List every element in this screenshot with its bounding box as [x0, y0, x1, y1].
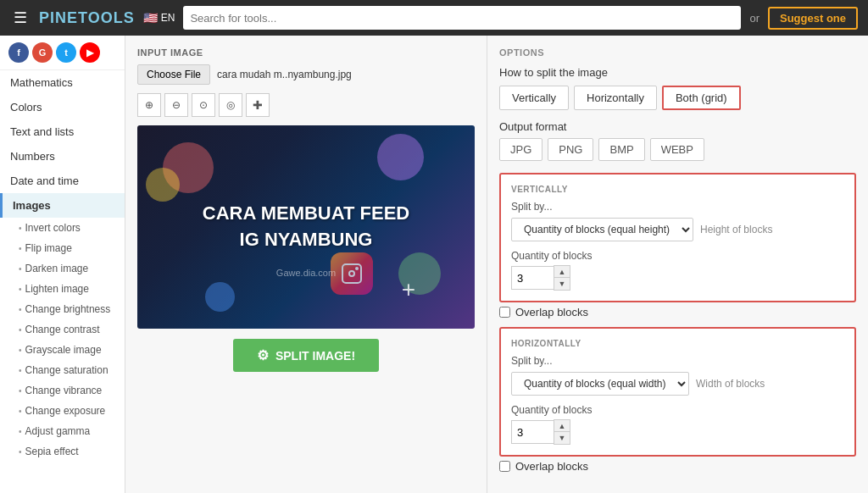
horizontally-section: HORIZONTALLY Split by... Quantity of blo… [499, 327, 856, 457]
choose-file-button[interactable]: Choose File [137, 64, 210, 85]
horizontally-qty-up[interactable]: ▲ [554, 420, 570, 432]
vertically-split-by-select[interactable]: Quantity of blocks (equal height) [511, 218, 693, 241]
sidebar-item-flip-image[interactable]: Flip image [0, 238, 125, 258]
logo-tools: TOOLS [78, 9, 135, 26]
image-text-overlay: CARA MEMBUAT FEED IG NYAMBUNG [203, 201, 409, 253]
vertically-split-by-label: Split by... [511, 201, 844, 213]
zoom-reset-icon: ◎ [226, 99, 235, 111]
youtube-icon[interactable]: ▶ [80, 42, 100, 63]
sidebar-item-invert-colors[interactable]: Invert colors [0, 218, 125, 238]
sidebar-item-change-contrast[interactable]: Change contrast [0, 319, 125, 340]
bokeh-circle-yellow [146, 168, 180, 202]
zoom-in-button[interactable]: ⊕ [137, 93, 161, 117]
vertically-label: VERTICALLY [511, 185, 844, 194]
horizontally-qty-down[interactable]: ▼ [554, 432, 570, 444]
options-label: OPTIONS [499, 47, 856, 58]
left-panel: INPUT IMAGE Choose File cara mudah m..ny… [125, 36, 487, 493]
google-plus-icon[interactable]: G [32, 42, 53, 63]
format-options: JPG PNG BMP WEBP [499, 138, 856, 161]
image-text-line2: IG NYAMBUNG [203, 227, 409, 253]
twitter-icon[interactable]: t [56, 42, 76, 63]
horizontally-overlap-row: Overlap blocks [499, 460, 856, 473]
sidebar-item-change-saturation[interactable]: Change saturation [0, 360, 125, 380]
vertically-overlap-row: Overlap blocks [499, 306, 856, 319]
plus-icon: + [402, 276, 415, 303]
split-both-button[interactable]: Both (grid) [662, 86, 741, 110]
split-button-label: SPLIT IMAGE! [275, 349, 355, 363]
split-options: Vertically Horizontally Both (grid) [499, 86, 856, 110]
split-image-button[interactable]: ⚙ SPLIT IMAGE! [233, 339, 379, 372]
zoom-out-button[interactable]: ⊖ [164, 93, 188, 117]
input-image-label: INPUT IMAGE [137, 47, 475, 58]
file-name-display: cara mudah m..nyambung.jpg [217, 69, 352, 80]
sidebar-item-colors[interactable]: Colors [0, 95, 125, 119]
hamburger-button[interactable]: ☰ [10, 5, 31, 30]
main-layout: f G t ▶ Mathematics Colors Text and list… [0, 36, 868, 493]
sidebar-item-date-and-time[interactable]: Date and time [0, 169, 125, 193]
horizontally-label: HORIZONTALLY [511, 339, 844, 348]
search-input[interactable] [183, 6, 741, 30]
vertically-overlap-checkbox[interactable] [499, 307, 510, 318]
format-jpg-button[interactable]: JPG [499, 138, 542, 161]
sidebar-item-change-exposure[interactable]: Change exposure [0, 401, 125, 421]
sidebar-item-lighten-image[interactable]: Lighten image [0, 279, 125, 299]
language-selector[interactable]: 🇺🇸 EN [143, 11, 175, 25]
sidebar-item-text-and-lists[interactable]: Text and lists [0, 119, 125, 144]
format-bmp-button[interactable]: BMP [598, 138, 644, 161]
sidebar-item-numbers[interactable]: Numbers [0, 144, 125, 169]
zoom-add-button[interactable]: ✚ [246, 93, 270, 117]
horizontally-qty-label: Quantity of blocks [511, 404, 844, 416]
sidebar-item-adjust-gamma[interactable]: Adjust gamma [0, 421, 125, 441]
vertically-overlap-label: Overlap blocks [515, 306, 588, 319]
sidebar-item-images[interactable]: Images [0, 193, 125, 218]
vertically-height-blocks[interactable]: Height of blocks [700, 224, 772, 235]
horizontally-qty-input[interactable] [511, 420, 554, 444]
horizontally-split-by-label: Split by... [511, 355, 844, 367]
horizontally-qty-input-row: ▲ ▼ [511, 419, 844, 445]
instagram-icon [331, 252, 373, 295]
horizontally-overlap-checkbox[interactable] [499, 461, 510, 472]
sidebar-item-change-brightness[interactable]: Change brightness [0, 299, 125, 319]
zoom-fit-button[interactable]: ⊙ [192, 93, 215, 117]
facebook-icon[interactable]: f [8, 42, 29, 63]
split-horizontally-button[interactable]: Horizontally [574, 86, 657, 110]
horizontally-split-by-row: Quantity of blocks (equal width) Width o… [511, 372, 844, 396]
social-icons: f G t ▶ [0, 36, 125, 70]
sidebar-item-mathematics[interactable]: Mathematics [0, 70, 125, 95]
header: ☰ PINETOOLS 🇺🇸 EN or Suggest one [0, 0, 868, 36]
format-png-button[interactable]: PNG [548, 138, 593, 161]
how-to-split-label: How to split the image [499, 66, 856, 79]
zoom-reset-button[interactable]: ◎ [219, 93, 242, 117]
logo: PINETOOLS [39, 9, 135, 27]
image-text-line1: CARA MEMBUAT FEED [203, 201, 409, 227]
vertically-qty-up[interactable]: ▲ [554, 266, 570, 278]
split-action-row: ⚙ SPLIT IMAGE! [137, 329, 475, 382]
vertically-section: VERTICALLY Split by... Quantity of block… [499, 173, 856, 302]
gear-icon: ⚙ [257, 347, 269, 363]
format-webp-button[interactable]: WEBP [650, 138, 704, 161]
image-preview: + CARA MEMBUAT FEED IG NYAMBUNG Gawe.dia… [137, 125, 475, 329]
bokeh-circle-blue [205, 282, 235, 312]
output-format-label: Output format [499, 120, 856, 133]
zoom-add-icon: ✚ [253, 98, 263, 112]
sidebar-item-sepia-effect[interactable]: Sepia effect [0, 441, 125, 462]
horizontally-qty-spinners: ▲ ▼ [554, 419, 570, 445]
vertically-qty-label: Quantity of blocks [511, 250, 844, 262]
zoom-controls: ⊕ ⊖ ⊙ ◎ ✚ [137, 93, 475, 117]
image-watermark: Gawe.dia.com [276, 268, 336, 278]
split-vertically-button[interactable]: Vertically [499, 86, 569, 110]
vertically-qty-input-row: ▲ ▼ [511, 265, 844, 291]
sidebar-item-darken-image[interactable]: Darken image [0, 258, 125, 279]
suggest-button[interactable]: Suggest one [768, 7, 858, 30]
vertically-split-by-row: Quantity of blocks (equal height) Height… [511, 218, 844, 241]
vertically-qty-down[interactable]: ▼ [554, 278, 570, 290]
logo-pine: PINE [39, 9, 78, 26]
horizontally-split-by-select[interactable]: Quantity of blocks (equal width) [511, 372, 689, 396]
sidebar: f G t ▶ Mathematics Colors Text and list… [0, 36, 125, 493]
sidebar-item-change-vibrance[interactable]: Change vibrance [0, 380, 125, 401]
vertically-qty-input[interactable] [511, 266, 554, 290]
or-text: or [749, 12, 760, 25]
sidebar-item-grayscale-image[interactable]: Grayscale image [0, 340, 125, 360]
horizontally-width-blocks[interactable]: Width of blocks [696, 378, 765, 390]
bokeh-circle-purple [377, 134, 424, 180]
